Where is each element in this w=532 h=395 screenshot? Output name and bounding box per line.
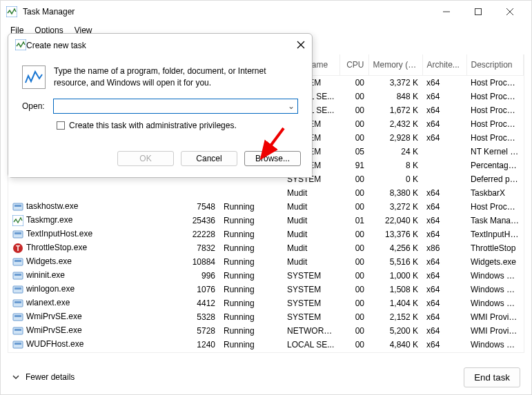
status-cell: Running xyxy=(219,200,283,214)
chevron-down-icon: ⌄ xyxy=(288,101,295,111)
table-row[interactable]: Taskmgr.exe25436RunningMudit0122,040 Kx6… xyxy=(8,214,524,227)
arch-cell: x64 xyxy=(422,338,466,352)
col-memory[interactable]: Memory (a... xyxy=(368,54,422,76)
memory-cell: 8 K xyxy=(368,159,422,172)
desc-cell: Percentage of xyxy=(466,159,524,172)
cpu-cell: 00 xyxy=(339,103,368,117)
desc-cell: Host Process f xyxy=(466,117,524,131)
user-cell: Mudit xyxy=(283,186,339,200)
process-name: WmiPrvSE.exe xyxy=(26,325,82,335)
table-row[interactable]: WmiPrvSE.exe5728RunningNETWORK...005,200… xyxy=(8,324,524,338)
cancel-button[interactable]: Cancel xyxy=(181,151,237,166)
cpu-cell: 00 xyxy=(339,338,368,352)
process-name: wininit.exe xyxy=(26,270,65,280)
memory-cell: 24 K xyxy=(368,145,422,159)
table-row[interactable]: Mudit008,380 Kx64TaskbarX xyxy=(8,186,524,200)
fewer-details-button[interactable]: Fewer details xyxy=(12,372,75,382)
open-label: Open: xyxy=(22,101,45,111)
end-task-button[interactable]: End task xyxy=(464,367,520,387)
desc-cell: Deferred proce xyxy=(466,172,524,186)
arch-cell: x64 xyxy=(422,269,466,283)
dialog-close-button[interactable] xyxy=(297,41,305,51)
svg-rect-2 xyxy=(475,9,482,15)
table-row[interactable]: TThrottleStop.exe7832RunningMudit004,256… xyxy=(8,241,524,255)
arch-cell: x64 xyxy=(422,296,466,310)
arch-cell: x64 xyxy=(422,283,466,296)
pid-cell: 5728 xyxy=(181,324,219,338)
user-cell: NETWORK... xyxy=(283,324,339,338)
close-button[interactable] xyxy=(494,1,526,22)
desc-cell: XtuService xyxy=(466,352,524,353)
desc-cell: Host Process f xyxy=(466,131,524,145)
cpu-cell: 00 xyxy=(339,117,368,131)
status-cell: Running xyxy=(219,227,283,241)
process-icon xyxy=(12,325,23,336)
table-row[interactable]: WmiPrvSE.exe5328RunningSYSTEM002,152 Kx6… xyxy=(8,310,524,324)
process-icon xyxy=(12,312,23,323)
user-cell: SYSTEM xyxy=(283,296,339,310)
table-row[interactable]: wlanext.exe4412RunningSYSTEM001,404 Kx64… xyxy=(8,296,524,310)
table-row[interactable]: taskhostw.exe7548RunningMudit003,272 Kx6… xyxy=(8,200,524,214)
admin-checkbox[interactable] xyxy=(57,121,65,130)
status-cell: Running xyxy=(219,214,283,227)
memory-cell: 8,380 K xyxy=(368,186,422,200)
dialog-title: Create new task xyxy=(26,41,297,50)
process-name: WUDFHost.exe xyxy=(26,339,83,349)
cpu-cell: 00 xyxy=(339,186,368,200)
process-name: TextInputHost.exe xyxy=(26,229,92,239)
desc-cell: TaskbarX xyxy=(466,186,524,200)
process-icon xyxy=(12,339,23,350)
ok-button[interactable]: OK xyxy=(117,151,174,166)
minimize-button[interactable] xyxy=(431,1,462,22)
arch-cell: x64 xyxy=(422,324,466,338)
cpu-cell: 91 xyxy=(339,159,368,172)
memory-cell: 5,516 K xyxy=(368,255,422,269)
desc-cell: Windows Logo xyxy=(466,283,524,296)
cpu-cell: 01 xyxy=(339,214,368,227)
process-name: Taskmgr.exe xyxy=(26,215,72,225)
svg-rect-8 xyxy=(14,205,21,207)
user-cell: LOCAL SE... xyxy=(283,338,339,352)
status-cell: Running xyxy=(219,324,283,338)
cpu-cell: 00 xyxy=(339,172,368,186)
arch-cell: x64 xyxy=(422,227,466,241)
arch-cell: x64 xyxy=(422,186,466,200)
table-row[interactable]: winlogon.exe1076RunningSYSTEM001,508 Kx6… xyxy=(8,283,524,296)
memory-cell: 3,272 K xyxy=(368,200,422,214)
run-icon xyxy=(22,65,46,89)
desc-cell: Host Process f xyxy=(466,103,524,117)
pid-cell: 996 xyxy=(181,269,219,283)
col-arch[interactable]: Archite... xyxy=(422,54,466,76)
desc-cell: Windows Start xyxy=(466,269,524,283)
memory-cell: 2,432 K xyxy=(368,117,422,131)
desc-cell: Host Process f xyxy=(466,200,524,214)
cpu-cell: 05 xyxy=(339,145,368,159)
table-row[interactable]: Widgets.exe10884RunningMudit005,516 Kx64… xyxy=(8,255,524,269)
cpu-cell: 00 xyxy=(339,200,368,214)
memory-cell: 33,756 K xyxy=(368,352,422,353)
pid-cell: 22228 xyxy=(181,227,219,241)
user-cell: SYSTEM xyxy=(283,269,339,283)
user-cell: SYSTEM xyxy=(283,352,339,353)
cpu-cell: 00 xyxy=(339,296,368,310)
table-row[interactable]: wininit.exe996RunningSYSTEM001,000 Kx64W… xyxy=(8,269,524,283)
pid-cell: 5328 xyxy=(181,310,219,324)
col-desc[interactable]: Description xyxy=(466,54,524,76)
arch-cell: x64 xyxy=(422,103,466,117)
col-cpu[interactable]: CPU xyxy=(339,54,368,76)
maximize-button[interactable] xyxy=(462,1,494,22)
user-cell: Mudit xyxy=(283,200,339,214)
memory-cell: 5,200 K xyxy=(368,324,422,338)
svg-text:T: T xyxy=(16,245,20,252)
user-cell: Mudit xyxy=(283,255,339,269)
pid-cell: 10884 xyxy=(181,255,219,269)
table-row[interactable]: TextInputHost.exe22228RunningMudit0013,3… xyxy=(8,227,524,241)
table-row[interactable]: WUDFHost.exe1240RunningLOCAL SE...004,84… xyxy=(8,338,524,352)
browse-button[interactable]: Browse... xyxy=(244,151,301,166)
table-row[interactable]: XtuService.exe4296RunningSYSTEM0033,756 … xyxy=(8,352,524,353)
process-name: taskhostw.exe xyxy=(26,201,78,211)
title-bar: Task Manager xyxy=(1,1,531,23)
pid-cell: 25436 xyxy=(181,214,219,227)
cpu-cell: 00 xyxy=(339,255,368,269)
open-combobox[interactable]: ⌄ xyxy=(53,99,298,114)
